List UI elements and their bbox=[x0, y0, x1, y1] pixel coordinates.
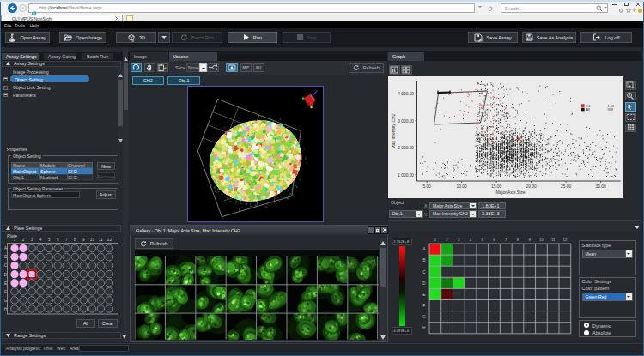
svg-text:8: 8 bbox=[517, 238, 519, 242]
svg-text:11: 11 bbox=[551, 238, 556, 242]
svg-text:5: 5 bbox=[482, 238, 484, 242]
svg-text:4 000.00: 4 000.00 bbox=[398, 92, 414, 96]
svg-text:F: F bbox=[423, 304, 426, 308]
svg-text:9: 9 bbox=[528, 238, 531, 242]
svg-text:G: G bbox=[422, 315, 426, 319]
svg-text:4.093E+6: 4.093E+6 bbox=[393, 329, 410, 333]
svg-text:G1: G1 bbox=[586, 105, 590, 108]
svg-text:2: 2 bbox=[446, 238, 448, 242]
svg-text:1.24: 1.24 bbox=[607, 105, 613, 108]
svg-text:E: E bbox=[4, 281, 7, 286]
svg-text:A: A bbox=[422, 247, 426, 251]
svg-text:E: E bbox=[422, 293, 425, 297]
svg-text:1: 1 bbox=[434, 238, 437, 242]
svg-text:11: 11 bbox=[99, 238, 103, 242]
svg-text:C: C bbox=[422, 270, 426, 275]
svg-text:5.00: 5.00 bbox=[422, 184, 431, 189]
svg-text:2.152E+8: 2.152E+8 bbox=[393, 239, 410, 244]
svg-text:938: 938 bbox=[607, 108, 612, 112]
svg-text:1 000.00: 1 000.00 bbox=[398, 173, 414, 178]
svg-text:10.00: 10.00 bbox=[456, 184, 466, 189]
svg-text:4: 4 bbox=[39, 238, 42, 242]
svg-text:All: All bbox=[586, 108, 589, 112]
svg-text:8: 8 bbox=[74, 238, 76, 242]
svg-text:2: 2 bbox=[22, 238, 25, 242]
svg-text:12: 12 bbox=[562, 238, 567, 242]
svg-text:B: B bbox=[422, 258, 425, 262]
svg-text:7: 7 bbox=[65, 238, 68, 242]
svg-text:10: 10 bbox=[90, 238, 95, 242]
svg-text:2 000.00: 2 000.00 bbox=[398, 146, 414, 150]
svg-text:30.00: 30.00 bbox=[595, 184, 605, 189]
svg-text:10: 10 bbox=[539, 238, 544, 242]
svg-text:9: 9 bbox=[82, 238, 85, 242]
svg-text:3: 3 bbox=[31, 238, 33, 242]
svg-text:1: 1 bbox=[14, 238, 16, 242]
svg-text:25.00: 25.00 bbox=[561, 184, 571, 189]
svg-text:3 000.00: 3 000.00 bbox=[398, 119, 414, 124]
svg-text:6: 6 bbox=[57, 238, 59, 242]
svg-text:D: D bbox=[422, 281, 426, 286]
svg-text:5: 5 bbox=[48, 238, 51, 242]
svg-text:F: F bbox=[4, 290, 7, 294]
svg-text:H: H bbox=[422, 326, 425, 330]
svg-text:3: 3 bbox=[458, 238, 460, 242]
svg-text:6: 6 bbox=[493, 238, 495, 242]
svg-text:7: 7 bbox=[505, 238, 507, 242]
svg-text:H: H bbox=[4, 307, 7, 311]
svg-text:15.00: 15.00 bbox=[491, 184, 501, 189]
svg-text:Major Axis Size: Major Axis Size bbox=[495, 190, 525, 195]
svg-text:Max Intensity CH2: Max Intensity CH2 bbox=[391, 113, 396, 148]
svg-text:B: B bbox=[4, 255, 7, 259]
svg-text:B: B bbox=[131, 38, 134, 42]
svg-text:12: 12 bbox=[107, 238, 112, 242]
svg-text:4: 4 bbox=[470, 238, 472, 242]
svg-text:20.00: 20.00 bbox=[526, 184, 536, 189]
